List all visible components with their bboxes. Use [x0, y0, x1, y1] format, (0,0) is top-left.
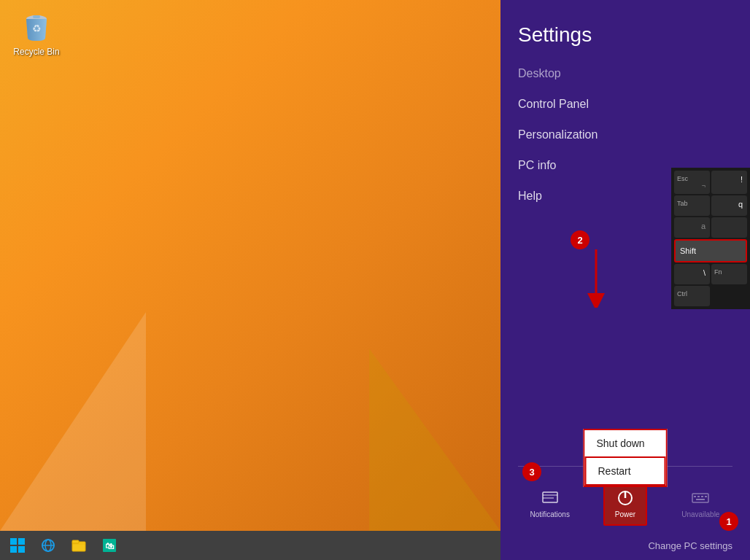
svg-rect-25	[696, 499, 705, 500]
start-button[interactable]	[3, 532, 32, 559]
svg-rect-6	[18, 546, 25, 553]
settings-item-control-panel[interactable]: Control Panel	[518, 89, 732, 120]
q-key: q	[711, 195, 747, 216]
svg-rect-5	[10, 546, 17, 553]
svg-rect-15	[543, 492, 557, 502]
empty-key	[711, 217, 747, 238]
arrow-down-1	[585, 249, 607, 308]
keyboard-button[interactable]: Unavailable	[679, 489, 722, 518]
unavailable-label: Unavailable	[681, 510, 719, 518]
taskbar: 🛍	[0, 531, 500, 560]
notifications-label: Notifications	[530, 510, 569, 518]
annotation-3: 3	[522, 462, 541, 481]
settings-inner: Settings Desktop Control Panel Personali…	[500, 0, 750, 560]
svg-rect-20	[692, 494, 708, 502]
tab-key: Tab	[674, 195, 710, 216]
annotation-1: 1	[719, 512, 738, 531]
svg-text:♻: ♻	[32, 23, 42, 34]
ctrl-key: Ctrl	[674, 286, 710, 306]
settings-item-desktop[interactable]: Desktop	[518, 58, 732, 89]
recycle-bin-label: Recycle Bin	[13, 47, 59, 57]
svg-rect-11	[72, 540, 79, 543]
svg-rect-24	[705, 496, 707, 497]
store-button[interactable]: 🛍	[95, 532, 124, 559]
svg-rect-1	[33, 15, 40, 18]
annotation-2: 2	[571, 230, 589, 249]
restart-option[interactable]: Restart	[585, 456, 666, 486]
power-menu: Shut down Restart	[584, 429, 668, 487]
backslash-key: \	[674, 264, 710, 284]
esc-key: Esc¬	[674, 171, 710, 194]
power-label: Power	[615, 510, 635, 518]
power-button[interactable]: Power	[603, 481, 647, 526]
settings-title: Settings	[500, 0, 750, 58]
recycle-bin-graphic: ♻	[19, 9, 54, 44]
keyboard-widget: Esc¬ ! Tab q a Shift \ Fn Ctrl	[671, 168, 750, 309]
svg-rect-23	[701, 496, 703, 497]
fn-key: Fn	[711, 264, 747, 284]
settings-panel: Settings Desktop Control Panel Personali…	[500, 0, 750, 560]
desktop: ♻ Recycle Bin	[0, 0, 500, 531]
svg-text:🛍: 🛍	[105, 541, 115, 551]
svg-rect-4	[18, 538, 25, 545]
shutdown-option[interactable]: Shut down	[585, 430, 666, 456]
svg-rect-22	[697, 496, 700, 497]
ie-button[interactable]	[34, 532, 63, 559]
file-explorer-button[interactable]	[64, 532, 93, 559]
svg-rect-21	[694, 496, 696, 497]
svg-rect-3	[10, 538, 17, 545]
shift-key: Shift	[674, 239, 747, 262]
settings-item-personalization[interactable]: Personalization	[518, 120, 732, 150]
change-pc-settings[interactable]: Change PC settings	[500, 532, 750, 560]
notifications-button[interactable]: Notifications	[528, 489, 572, 518]
key-1: !	[711, 171, 747, 194]
a-row-key: a	[674, 217, 710, 238]
recycle-bin-icon[interactable]: ♻ Recycle Bin	[9, 9, 64, 57]
